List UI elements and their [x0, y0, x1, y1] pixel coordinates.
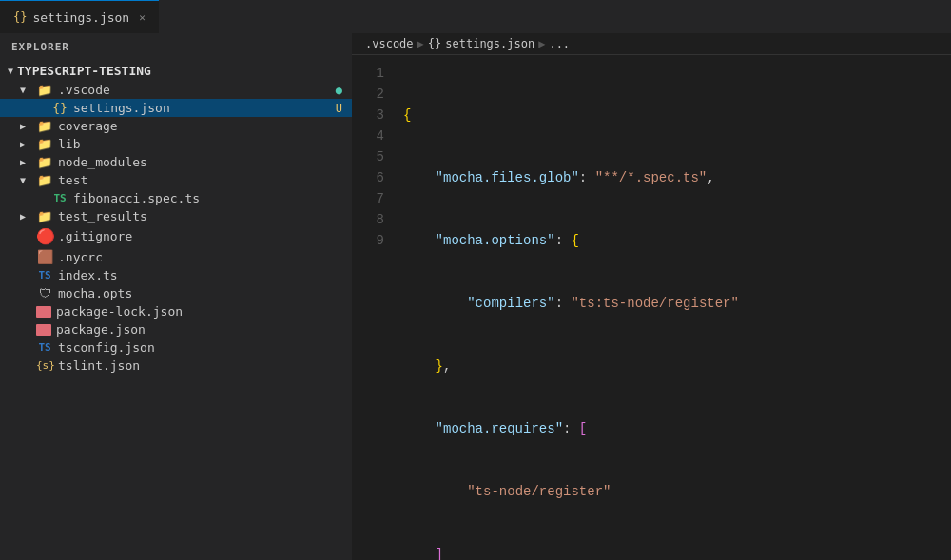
sidebar: EXPLORER ▼ TYPESCRIPT-TESTING ▼ 📁 .vscod…: [0, 33, 352, 560]
sidebar-item-gitignore[interactable]: ▶ 🔴 .gitignore: [0, 225, 352, 247]
nycrc-icon: 🟫: [36, 249, 53, 264]
sidebar-item-settings-json[interactable]: ▶ {} settings.json U: [0, 99, 352, 117]
sidebar-item-vscode[interactable]: ▼ 📁 .vscode ●: [0, 81, 352, 99]
node-modules-folder-icon: 📁: [36, 155, 53, 169]
sidebar-item-tsconfig[interactable]: ▶ TS tsconfig.json: [0, 338, 352, 357]
settings-json-label: settings.json: [73, 101, 331, 115]
vscode-badge: ●: [336, 84, 352, 97]
node-modules-label: node_modules: [58, 155, 352, 169]
editor-panel: .vscode ▶ {} settings.json ▶ ... 1 2 3 4…: [352, 33, 951, 560]
folder-arrow-vscode: ▼: [20, 85, 31, 95]
folder-arrow-test-results: ▶: [20, 211, 31, 222]
bc-sep1: ▶: [417, 37, 424, 50]
folder-arrow-test: ▼: [20, 175, 31, 185]
code-area[interactable]: 1 2 3 4 5 6 7 8 9 { "mocha.files.glob": …: [352, 55, 951, 560]
code-line-3: "mocha.options": {: [399, 230, 951, 251]
json-tab-icon: {}: [13, 10, 27, 24]
fibonacci-spec-icon: TS: [51, 192, 68, 204]
sidebar-item-test[interactable]: ▼ 📁 test: [0, 171, 352, 189]
code-line-4: "compilers": "ts:ts-node/register": [399, 293, 951, 314]
coverage-label: coverage: [58, 119, 352, 133]
tsconfig-label: tsconfig.json: [58, 340, 352, 355]
package-lock-label: package-lock.json: [56, 304, 352, 319]
code-line-1: {: [399, 105, 951, 126]
tslint-label: tslint.json: [58, 358, 352, 373]
vscode-folder-label: .vscode: [58, 83, 331, 97]
gitignore-icon: 🔴: [36, 227, 53, 245]
code-line-6: "mocha.requires": [: [399, 418, 951, 439]
sidebar-item-test-results[interactable]: ▶ 📁 test_results: [0, 207, 352, 225]
sidebar-item-package-json[interactable]: ▶ package.json: [0, 320, 352, 338]
gitignore-label: .gitignore: [58, 229, 352, 243]
settings-json-icon: {}: [51, 101, 68, 115]
settings-json-badge: U: [336, 102, 352, 115]
project-arrow: ▼: [8, 66, 13, 76]
fibonacci-spec-label: fibonacci.spec.ts: [73, 191, 352, 205]
package-lock-icon: [36, 306, 51, 318]
sidebar-item-fibonacci[interactable]: ▶ TS fibonacci.spec.ts: [0, 189, 352, 207]
tslint-icon: {s}: [36, 359, 53, 372]
sidebar-item-nycrc[interactable]: ▶ 🟫 .nycrc: [0, 247, 352, 266]
lib-folder-icon: 📁: [36, 137, 53, 151]
bc-json-icon: {}: [428, 37, 441, 50]
vscode-folder-icon: 📁: [36, 83, 53, 97]
sidebar-item-coverage[interactable]: ▶ 📁 coverage: [0, 117, 352, 135]
index-ts-label: index.ts: [58, 268, 352, 282]
sidebar-item-lib[interactable]: ▶ 📁 lib: [0, 135, 352, 153]
sidebar-title: EXPLORER: [0, 33, 352, 61]
mocha-opts-icon: 🛡: [36, 286, 53, 300]
bc-ellipsis: ...: [549, 37, 570, 50]
lib-label: lib: [58, 137, 352, 151]
tab-bar: {} settings.json ✕: [0, 0, 951, 33]
project-name: TYPESCRIPT-TESTING: [17, 64, 151, 78]
tab-settings-json[interactable]: {} settings.json ✕: [0, 0, 159, 33]
test-results-folder-icon: 📁: [36, 209, 53, 223]
tab-label: settings.json: [32, 10, 129, 25]
sidebar-item-tslint[interactable]: ▶ {s} tslint.json: [0, 357, 352, 375]
tab-close-button[interactable]: ✕: [139, 11, 146, 24]
project-title[interactable]: ▼ TYPESCRIPT-TESTING: [0, 61, 352, 81]
folder-arrow-node-modules: ▶: [20, 157, 31, 167]
nycrc-label: .nycrc: [58, 250, 352, 264]
folder-arrow-coverage: ▶: [20, 121, 31, 131]
code-line-8: ]: [399, 544, 951, 560]
sidebar-item-mocha-opts[interactable]: ▶ 🛡 mocha.opts: [0, 284, 352, 302]
line-numbers: 1 2 3 4 5 6 7 8 9: [352, 55, 399, 560]
bc-vscode: .vscode: [365, 37, 414, 50]
index-ts-icon: TS: [36, 269, 53, 281]
code-content[interactable]: { "mocha.files.glob": "**/*.spec.ts", "m…: [399, 55, 951, 560]
mocha-opts-label: mocha.opts: [58, 286, 352, 300]
sidebar-item-index-ts[interactable]: ▶ TS index.ts: [0, 266, 352, 284]
test-label: test: [58, 173, 352, 187]
breadcrumb: .vscode ▶ {} settings.json ▶ ...: [352, 33, 951, 55]
coverage-folder-icon: 📁: [36, 119, 53, 133]
code-line-2: "mocha.files.glob": "**/*.spec.ts",: [399, 167, 951, 188]
bc-sep2: ▶: [538, 37, 545, 50]
main-layout: EXPLORER ▼ TYPESCRIPT-TESTING ▼ 📁 .vscod…: [0, 33, 951, 560]
tsconfig-icon: TS: [36, 341, 53, 354]
code-line-5: },: [399, 356, 951, 377]
test-folder-icon: 📁: [36, 173, 53, 187]
package-json-label: package.json: [56, 322, 352, 337]
test-results-label: test_results: [58, 209, 352, 223]
bc-filename: settings.json: [445, 37, 534, 50]
code-line-7: "ts-node/register": [399, 481, 951, 502]
folder-arrow-lib: ▶: [20, 139, 31, 149]
package-json-icon: [36, 324, 51, 336]
sidebar-item-package-lock[interactable]: ▶ package-lock.json: [0, 302, 352, 320]
sidebar-item-node-modules[interactable]: ▶ 📁 node_modules: [0, 153, 352, 171]
